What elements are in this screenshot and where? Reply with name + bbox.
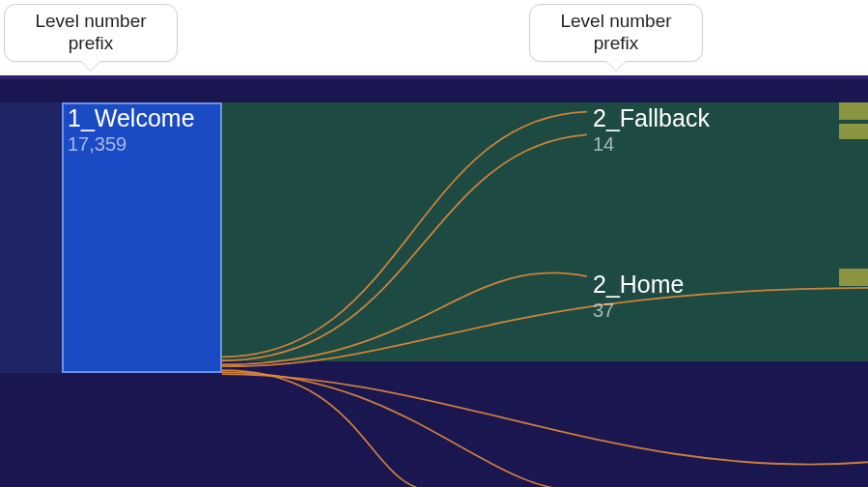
- sankey-node-home[interactable]: 2_Home 37: [587, 269, 857, 307]
- level-prefix-tooltip-1: Level number prefix: [4, 4, 178, 62]
- sankey-node-fallback[interactable]: 2_Fallback 14: [587, 102, 857, 141]
- level-prefix-tooltip-2: Level number prefix: [529, 4, 703, 62]
- tooltip-line2: prefix: [69, 33, 113, 53]
- chart-left-margin: [0, 102, 62, 373]
- tooltip-arrow-icon: [606, 61, 626, 71]
- tooltip-line2: prefix: [594, 33, 638, 53]
- tooltip-line1: Level number: [560, 11, 671, 31]
- node-count: 17,359: [68, 133, 126, 156]
- sankey-chart[interactable]: 1_Welcome 17,359 2_Fallback 14 2_Home 37: [0, 75, 868, 487]
- node-count: 14: [593, 133, 614, 156]
- node-label: 2_Home: [593, 271, 685, 299]
- header-bar: Level number prefix Level number prefix: [0, 0, 868, 75]
- tooltip-line1: Level number: [35, 11, 146, 31]
- node-label: 1_Welcome: [68, 104, 195, 132]
- sankey-node-welcome[interactable]: 1_Welcome 17,359: [62, 102, 222, 373]
- tooltip-arrow-icon: [81, 61, 100, 71]
- node-count: 37: [593, 300, 614, 322]
- flow-band-main: [222, 102, 868, 361]
- node-label: 2_Fallback: [593, 104, 710, 132]
